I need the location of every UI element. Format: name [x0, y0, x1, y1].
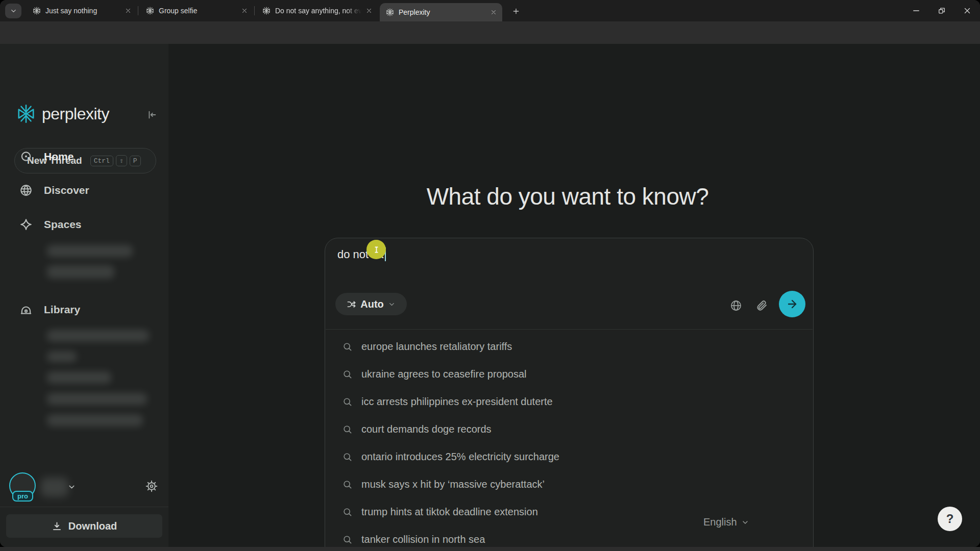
tab-close-icon[interactable]: [125, 7, 132, 14]
browser-window: Just say nothing Group selfie Do not say…: [0, 0, 980, 547]
tab-search-button[interactable]: [5, 4, 21, 18]
search-icon: [342, 535, 352, 544]
home-icon: [19, 150, 33, 163]
brand-wordmark: perplexity: [42, 105, 109, 123]
close-button[interactable]: [954, 0, 980, 21]
tab-title: Perplexity: [399, 8, 486, 16]
blurred-space-item[interactable]: [47, 245, 133, 257]
suggestion-text: trump hints at tiktok deadline extension: [361, 506, 538, 518]
pro-badge: pro: [12, 491, 33, 502]
sidebar-item-label: Spaces: [44, 218, 82, 231]
tab-do-not-say-anything[interactable]: Do not say anything, not even a: [256, 0, 378, 21]
restore-icon: [937, 6, 946, 15]
sidebar-item-label: Discover: [44, 184, 89, 196]
suggestion-text: ukraine agrees to ceasefire proposal: [361, 368, 527, 380]
new-tab-button[interactable]: [509, 5, 523, 17]
shuffle-icon: [347, 299, 356, 309]
plus-icon: [512, 7, 520, 15]
perplexity-favicon: [146, 7, 154, 15]
search-icon: [342, 424, 352, 434]
recorded-cursor-highlight: [366, 240, 386, 259]
blurred-username: [41, 478, 68, 497]
account-menu-button[interactable]: [67, 483, 76, 491]
download-label: Download: [68, 520, 117, 532]
tab-close-icon[interactable]: [241, 7, 248, 14]
suggestion-text: court demands doge records: [361, 423, 492, 435]
arrow-right-icon: [786, 298, 798, 310]
tab-title: Group selfie: [159, 7, 237, 15]
blurred-thread-item[interactable]: [47, 393, 147, 405]
sidebar-item-library[interactable]: Library: [0, 298, 168, 321]
close-icon: [963, 6, 972, 15]
tab-perplexity-active[interactable]: Perplexity: [380, 3, 502, 21]
library-icon: [19, 303, 33, 316]
suggestion-item[interactable]: ukraine agrees to ceasefire proposal: [325, 360, 813, 388]
sidebar-item-label: Library: [44, 304, 80, 316]
search-icon: [342, 480, 352, 489]
suggestion-item[interactable]: europe launches retaliatory tariffs: [325, 333, 813, 360]
web-search-toggle-button[interactable]: [730, 299, 742, 312]
brand[interactable]: perplexity: [16, 104, 109, 123]
chevron-down-icon: [388, 300, 396, 308]
download-icon: [52, 521, 62, 532]
search-mode-selector[interactable]: Auto: [335, 293, 407, 315]
tab-bar: Just say nothing Group selfie Do not say…: [0, 0, 980, 21]
perplexity-favicon: [262, 7, 271, 15]
sidebar-item-discover[interactable]: Discover: [0, 179, 168, 202]
search-icon: [342, 452, 352, 462]
suggestion-item[interactable]: court demands doge records: [325, 415, 813, 443]
download-button[interactable]: Download: [6, 514, 162, 538]
submit-query-button[interactable]: [779, 291, 805, 317]
sidebar-divider: [0, 507, 168, 507]
suggestion-item[interactable]: tanker collision in north sea: [325, 525, 813, 547]
browser-toolbar: perplexity.ai A New Chrome available: [0, 21, 980, 44]
search-icon: [342, 507, 352, 517]
suggestion-text: ontario introduces 25% electricity surch…: [361, 451, 559, 463]
gear-icon: [145, 480, 158, 493]
sidebar-item-spaces[interactable]: Spaces: [0, 213, 168, 236]
search-icon: [342, 397, 352, 407]
blurred-thread-item[interactable]: [47, 371, 111, 384]
chevron-down-icon: [67, 483, 76, 491]
spaces-sparkle-icon: [19, 218, 33, 231]
discover-globe-icon: [19, 184, 33, 197]
perplexity-favicon: [386, 8, 394, 16]
suggestion-text: icc arrests philippines ex-president dut…: [361, 396, 553, 408]
suggestion-item[interactable]: musk says x hit by ‘massive cyberattack’: [325, 470, 813, 498]
tab-just-say-nothing[interactable]: Just say nothing: [27, 0, 137, 21]
perplexity-logo-icon: [16, 104, 36, 123]
tab-group-selfie[interactable]: Group selfie: [140, 0, 253, 21]
help-label: ?: [946, 512, 954, 526]
chevron-down-icon: [10, 7, 17, 15]
blurred-space-item[interactable]: [47, 265, 114, 279]
suggestion-text: tanker collision in north sea: [361, 534, 485, 545]
blurred-thread-item[interactable]: [47, 330, 149, 342]
tab-title: Just say nothing: [45, 7, 120, 15]
collapse-sidebar-button[interactable]: [146, 109, 157, 120]
help-button[interactable]: ?: [938, 507, 962, 531]
suggestion-item[interactable]: icc arrests philippines ex-president dut…: [325, 388, 813, 415]
page-title: What do you want to know?: [322, 183, 814, 210]
language-selector[interactable]: English: [703, 516, 749, 528]
suggestion-item[interactable]: ontario introduces 25% electricity surch…: [325, 443, 813, 470]
collapse-sidebar-icon: [146, 109, 157, 120]
tab-title: Do not say anything, not even a: [275, 7, 361, 15]
search-panel: do not sa Auto: [325, 238, 814, 547]
settings-button[interactable]: [145, 480, 158, 493]
minimize-button[interactable]: [903, 0, 929, 21]
restore-button[interactable]: [929, 0, 954, 21]
tab-separator: [138, 6, 138, 15]
suggestions-list: europe launches retaliatory tariffs ukra…: [325, 333, 813, 547]
window-controls: [903, 0, 980, 21]
tab-close-icon[interactable]: [365, 7, 373, 14]
panel-divider: [326, 329, 813, 330]
sidebar-item-home[interactable]: Home: [0, 145, 168, 168]
search-mode-label: Auto: [360, 298, 384, 310]
screen: Just say nothing Group selfie Do not say…: [0, 0, 980, 551]
blurred-thread-item[interactable]: [47, 351, 77, 362]
language-label: English: [703, 516, 737, 528]
blurred-thread-item[interactable]: [47, 414, 143, 427]
globe-icon: [730, 299, 742, 312]
tab-close-icon[interactable]: [490, 9, 497, 16]
attach-file-button[interactable]: [755, 299, 768, 312]
